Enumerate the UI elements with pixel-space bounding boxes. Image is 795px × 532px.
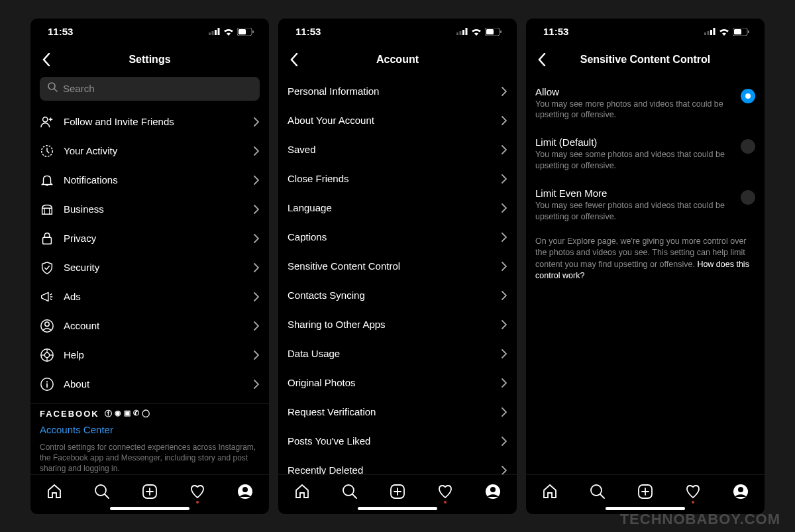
chevron-right-icon: [501, 292, 507, 299]
nav-activity[interactable]: [188, 482, 207, 501]
svg-point-47: [490, 487, 496, 492]
oculus-icon: ◯: [142, 409, 150, 419]
settings-row-lock[interactable]: Privacy: [40, 224, 260, 253]
row-label: Personal Information: [288, 85, 492, 97]
megaphone-icon: [40, 290, 54, 304]
facebook-description: Control settings for connected experienc…: [40, 442, 260, 474]
account-row[interactable]: Captions: [288, 223, 507, 252]
account-row[interactable]: Request Verification: [288, 398, 507, 427]
whatsapp-icon: ✆: [133, 409, 139, 419]
status-icons: [704, 28, 750, 36]
svg-rect-39: [500, 30, 502, 33]
nav-create[interactable]: [140, 482, 159, 501]
chevron-right-icon: [501, 88, 507, 95]
chevron-right-icon: [501, 234, 507, 240]
home-indicator[interactable]: [606, 507, 685, 510]
settings-row-shield[interactable]: Security: [40, 253, 260, 282]
accounts-center-link[interactable]: Accounts Center: [40, 424, 260, 435]
nav-home[interactable]: [293, 482, 311, 501]
nav-home[interactable]: [541, 482, 559, 501]
settings-row-bell[interactable]: Notifications: [40, 166, 260, 195]
home-indicator[interactable]: [110, 507, 189, 510]
search-field[interactable]: [63, 83, 252, 94]
account-row[interactable]: Recently Deleted: [288, 456, 507, 474]
account-row[interactable]: Close Friends: [288, 164, 507, 193]
account-row[interactable]: Personal Information: [288, 77, 507, 106]
svg-rect-40: [486, 29, 494, 34]
svg-rect-48: [704, 32, 706, 35]
settings-row-help[interactable]: Help: [40, 341, 260, 370]
nav-search[interactable]: [588, 482, 607, 501]
help-icon: [40, 348, 54, 362]
account-row[interactable]: Posts You've Liked: [288, 427, 507, 456]
battery-icon: [485, 28, 502, 36]
account-content: Personal InformationAbout Your AccountSa…: [278, 74, 517, 474]
svg-rect-49: [708, 31, 710, 35]
svg-rect-36: [462, 30, 464, 35]
svg-point-61: [738, 487, 743, 492]
settings-row-activity[interactable]: Your Activity: [40, 136, 260, 166]
svg-rect-37: [466, 28, 468, 35]
option-desc: You may see some photos and videos that …: [535, 149, 731, 172]
radio-button[interactable]: [741, 89, 755, 103]
nav-profile[interactable]: [236, 482, 254, 501]
chevron-right-icon: [253, 323, 260, 329]
header: Settings: [30, 45, 269, 74]
row-label: Posts You've Liked: [288, 435, 492, 447]
back-button[interactable]: [38, 52, 54, 68]
chevron-right-icon: [501, 205, 507, 211]
wifi-icon: [223, 28, 234, 36]
svg-point-25: [46, 381, 48, 382]
back-button[interactable]: [286, 52, 302, 68]
search-input[interactable]: [40, 77, 260, 101]
chevron-right-icon: [501, 350, 507, 357]
instagram-icon: ▣: [124, 409, 131, 419]
phone-sensitive-content: 11:53 Sensitive Content Control AllowYou…: [526, 19, 765, 514]
option-row[interactable]: Limit Even MoreYou may see fewer photos …: [535, 181, 755, 232]
activity-badge: [196, 501, 199, 504]
nav-create[interactable]: [388, 482, 407, 501]
home-indicator[interactable]: [358, 507, 437, 510]
account-row[interactable]: Sharing to Other Apps: [288, 310, 507, 339]
nav-profile[interactable]: [484, 482, 502, 501]
row-label: Sensitive Content Control: [288, 260, 492, 272]
chevron-right-icon: [501, 467, 507, 474]
option-row[interactable]: Limit (Default)You may see some photos a…: [535, 130, 755, 181]
search-icon: [48, 82, 58, 95]
page-title: Account: [376, 54, 419, 66]
facebook-icon: ⓕ: [105, 409, 112, 419]
nav-home[interactable]: [45, 482, 64, 501]
account-row[interactable]: Data Usage: [288, 339, 507, 368]
chevron-right-icon: [253, 177, 260, 184]
back-button[interactable]: [534, 52, 550, 68]
nav-activity[interactable]: [684, 482, 702, 501]
battery-icon: [733, 28, 750, 36]
option-row[interactable]: AllowYou may see more photos and videos …: [535, 80, 755, 131]
settings-row-megaphone[interactable]: Ads: [40, 282, 260, 311]
settings-row-follow[interactable]: Follow and Invite Friends: [40, 107, 260, 136]
chevron-right-icon: [253, 148, 260, 154]
account-row[interactable]: Sensitive Content Control: [288, 252, 507, 281]
account-row[interactable]: Saved: [288, 135, 507, 164]
status-icons: [456, 28, 502, 36]
chevron-right-icon: [501, 321, 507, 328]
account-row[interactable]: Contacts Syncing: [288, 281, 507, 310]
nav-profile[interactable]: [731, 482, 750, 501]
svg-rect-54: [734, 29, 741, 34]
nav-search[interactable]: [93, 482, 111, 501]
settings-row-person[interactable]: Account: [40, 311, 260, 341]
nav-search[interactable]: [341, 482, 359, 501]
wifi-icon: [719, 28, 729, 36]
radio-button[interactable]: [741, 139, 755, 154]
svg-point-19: [44, 352, 49, 357]
radio-button[interactable]: [741, 190, 755, 205]
nav-activity[interactable]: [436, 482, 454, 501]
account-row[interactable]: About Your Account: [288, 106, 507, 135]
svg-rect-15: [43, 237, 52, 244]
settings-row-info[interactable]: About: [40, 370, 260, 399]
chevron-right-icon: [501, 146, 507, 153]
account-row[interactable]: Language: [288, 193, 507, 223]
account-row[interactable]: Original Photos: [288, 368, 507, 398]
nav-create[interactable]: [636, 482, 655, 501]
settings-row-business[interactable]: Business: [40, 195, 260, 224]
